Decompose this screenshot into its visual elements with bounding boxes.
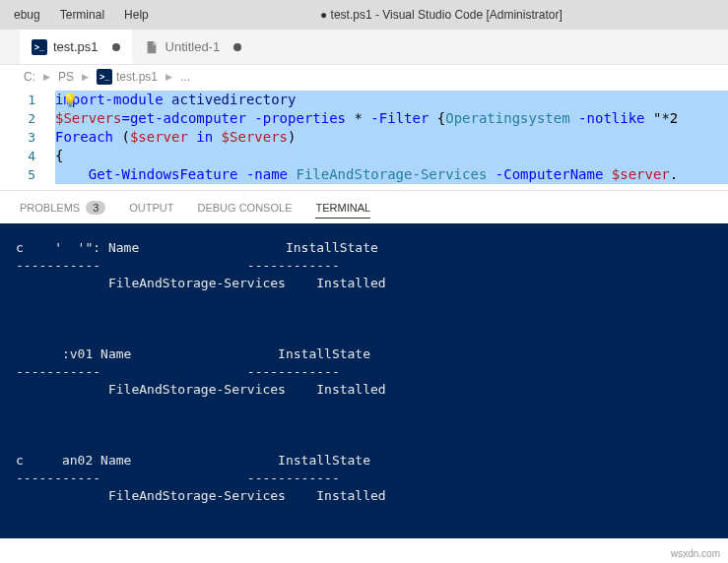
code-line[interactable]: 3Foreach ($server in $Servers) [0, 128, 728, 147]
code-content[interactable]: i💡mport-module activedirectory [55, 91, 728, 109]
code-line[interactable]: 2$Servers=get-adcomputer -properties * -… [0, 109, 728, 128]
line-number: 2 [0, 109, 55, 128]
breadcrumb-segment[interactable]: ... [180, 70, 190, 84]
code-line[interactable]: 4{ [0, 147, 728, 165]
modified-dot-icon [233, 43, 241, 51]
powershell-icon: >_ [97, 69, 112, 85]
panel-tab-label: PROBLEMS [20, 202, 80, 214]
panel-tab-output[interactable]: OUTPUT [129, 202, 173, 214]
breadcrumb-segment[interactable]: PS [58, 70, 74, 84]
menu-debug[interactable]: ebug [4, 8, 50, 22]
menubar: ebug Terminal Help ● test.ps1 - Visual S… [0, 0, 728, 30]
code-content[interactable]: Get-WindowsFeature -name FileAndStorage-… [55, 165, 728, 184]
tab-label: Untitled-1 [165, 39, 221, 54]
tab-untitled-1[interactable]: Untitled-1 [132, 30, 254, 64]
tab-label: test.ps1 [53, 39, 99, 54]
editor-tabs: >_ test.ps1 Untitled-1 [0, 30, 728, 65]
tab-test-ps1[interactable]: >_ test.ps1 [20, 30, 132, 64]
code-line[interactable]: 5 Get-WindowsFeature -name FileAndStorag… [0, 165, 728, 184]
line-number: 5 [0, 165, 55, 184]
file-icon [144, 39, 160, 55]
panel-tab-problems[interactable]: PROBLEMS 3 [20, 201, 105, 215]
panel-tab-debug-console[interactable]: DEBUG CONSOLE [198, 202, 293, 214]
window-title: ● test.ps1 - Visual Studio Code [Adminis… [159, 8, 724, 22]
terminal-output[interactable]: c ' '": Name InstallState ----------- --… [0, 223, 728, 538]
chevron-right-icon: ▶ [165, 72, 172, 82]
line-number: 4 [0, 147, 55, 165]
panel-tab-label: DEBUG CONSOLE [198, 202, 293, 214]
modified-dot-icon [112, 43, 120, 51]
code-content[interactable]: { [55, 147, 728, 165]
panel-tabs: PROBLEMS 3 OUTPUT DEBUG CONSOLE TERMINAL [0, 190, 728, 223]
watermark: wsxdn.com [671, 548, 720, 559]
panel-tab-terminal[interactable]: TERMINAL [315, 202, 370, 219]
code-content[interactable]: $Servers=get-adcomputer -properties * -F… [55, 109, 728, 128]
code-line[interactable]: 1i💡mport-module activedirectory [0, 91, 728, 109]
line-number: 3 [0, 128, 55, 147]
chevron-right-icon: ▶ [43, 72, 50, 82]
code-content[interactable]: Foreach ($server in $Servers) [55, 128, 728, 147]
breadcrumb-segment[interactable]: test.ps1 [116, 70, 158, 84]
panel-tab-label: TERMINAL [315, 202, 370, 214]
line-number: 1 [0, 91, 55, 109]
problems-count-badge: 3 [86, 201, 105, 215]
chevron-right-icon: ▶ [82, 72, 89, 82]
menu-help[interactable]: Help [114, 8, 159, 22]
powershell-icon: >_ [32, 39, 47, 55]
code-editor[interactable]: 1i💡mport-module activedirectory2$Servers… [0, 89, 728, 190]
breadcrumb-segment[interactable]: C: [24, 70, 35, 84]
breadcrumb[interactable]: C: ▶ PS ▶ >_ test.ps1 ▶ ... [0, 65, 728, 89]
panel-tab-label: OUTPUT [129, 202, 173, 214]
menu-terminal[interactable]: Terminal [50, 8, 114, 22]
